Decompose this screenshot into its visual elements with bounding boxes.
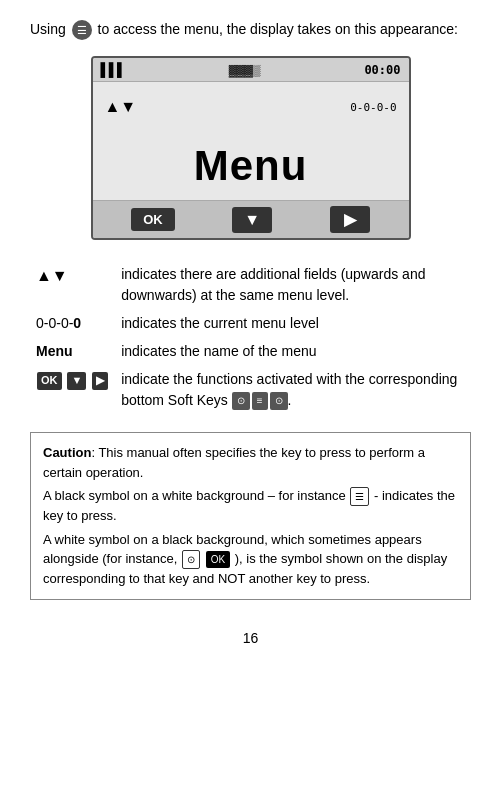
desc-key-menu-level: 0-0-0-0 bbox=[30, 309, 115, 337]
caution-para-3: A white symbol on a black background, wh… bbox=[43, 530, 458, 589]
menu-level: 0-0-0-0 bbox=[350, 101, 396, 114]
description-table: ▲▼ indicates there are additional fields… bbox=[30, 260, 471, 414]
device-screen-container: ▌▌▌ ▓▓▓▒ 00:00 ▲▼ 0-0-0-0 Menu OK ▼ ▶ bbox=[30, 56, 471, 240]
nav-arrows: ▲▼ bbox=[105, 99, 137, 115]
menu-button-icon: ☰ bbox=[72, 20, 92, 40]
example-key-white-2: ⊙ bbox=[182, 550, 200, 569]
caution-box: Caution: This manual often specifies the… bbox=[30, 432, 471, 600]
screen-nav-row: ▲▼ 0-0-0-0 bbox=[93, 82, 409, 132]
desc-value-nav-arrows: indicates there are additional fields (u… bbox=[115, 260, 471, 309]
signal-icon: ▌▌▌ bbox=[101, 62, 126, 77]
intro-suffix: to access the menu bbox=[94, 21, 219, 37]
battery-icon: ▓▓▓▒ bbox=[229, 64, 261, 76]
desc-key-nav-arrows: ▲▼ bbox=[30, 260, 115, 309]
time-display: 00:00 bbox=[364, 63, 400, 77]
desc-value-menu-level: indicates the current menu level bbox=[115, 309, 471, 337]
softkey-right: ▶ bbox=[330, 206, 370, 233]
caution-title: Caution bbox=[43, 445, 91, 460]
menu-level-prefix: 0-0-0- bbox=[36, 315, 73, 331]
example-key-white: ☰ bbox=[350, 487, 369, 506]
menu-title-text: Menu bbox=[194, 142, 308, 190]
desc-row-menu-name: Menu indicates the name of the menu bbox=[30, 337, 471, 365]
caution-para-2: A black symbol on a white background – f… bbox=[43, 486, 458, 526]
right-icon-inline: ▶ bbox=[92, 372, 108, 390]
softkey-ok: OK bbox=[131, 208, 175, 231]
intro-rest: , the display takes on this appearance: bbox=[219, 21, 458, 37]
desc-key-softkey-icons: OK ▼ ▶ bbox=[30, 365, 115, 414]
desc-value-menu-name: indicates the name of the menu bbox=[115, 337, 471, 365]
page-number-value: 16 bbox=[243, 630, 259, 646]
caution-para-1: Caution: This manual often specifies the… bbox=[43, 443, 458, 482]
example-key-dark: OK bbox=[206, 551, 230, 568]
desc-row-softkeys: OK ▼ ▶ indicate the functions activated … bbox=[30, 365, 471, 414]
desc-row-nav-arrows: ▲▼ indicates there are additional fields… bbox=[30, 260, 471, 309]
ok-icon-inline: OK bbox=[37, 372, 62, 390]
sk-a: ⊙ bbox=[232, 392, 250, 411]
desc-value-softkeys: indicate the functions activated with th… bbox=[115, 365, 471, 414]
intro-paragraph: Using ☰ to access the menu, the display … bbox=[30, 20, 471, 40]
screen-menu-title-area: Menu bbox=[93, 132, 409, 200]
intro-prefix: Using bbox=[30, 21, 70, 37]
desc-key-menu-name: Menu bbox=[30, 337, 115, 365]
menu-level-bold: 0 bbox=[73, 315, 81, 331]
desc-row-menu-level: 0-0-0-0 indicates the current menu level bbox=[30, 309, 471, 337]
sk-b: ≡ bbox=[252, 392, 268, 411]
menu-word: Menu bbox=[36, 343, 73, 359]
device-screen: ▌▌▌ ▓▓▓▒ 00:00 ▲▼ 0-0-0-0 Menu OK ▼ ▶ bbox=[91, 56, 411, 240]
nav-arrows-symbol: ▲▼ bbox=[36, 267, 68, 284]
screen-softkeys-bar: OK ▼ ▶ bbox=[93, 200, 409, 238]
screen-status-bar: ▌▌▌ ▓▓▓▒ 00:00 bbox=[93, 58, 409, 82]
sk-c: ⊙ bbox=[270, 392, 288, 411]
page-number: 16 bbox=[30, 630, 471, 646]
down-icon-inline: ▼ bbox=[67, 372, 86, 390]
softkey-down: ▼ bbox=[232, 207, 272, 233]
softkeys-inline-display: ⊙≡⊙ bbox=[232, 392, 288, 411]
